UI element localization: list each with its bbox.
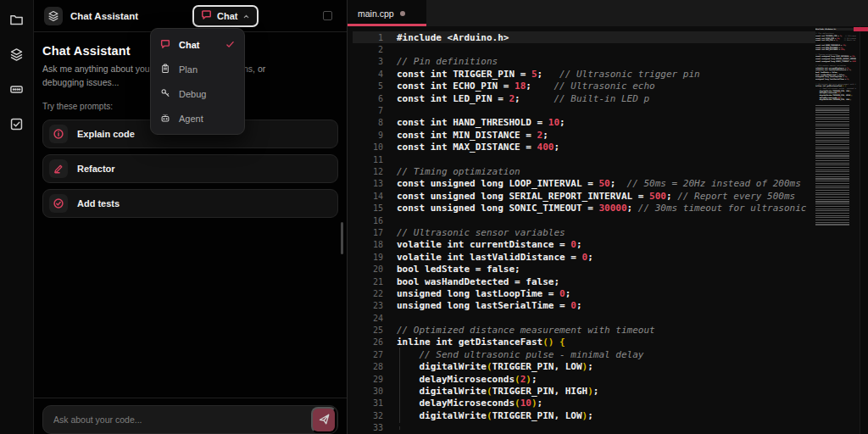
code-line[interactable]: 33 <box>353 422 815 434</box>
menu-item-agent[interactable]: Agent <box>151 106 244 131</box>
line-number: 33 <box>353 423 397 432</box>
line-number: 26 <box>353 337 397 347</box>
code-line[interactable]: 23unsigned long lastSerialTime = 0; <box>353 300 815 312</box>
chat-panel: Chat Assistant Chat ChatPlanDebugAgent C… <box>34 0 348 434</box>
code-line[interactable]: 21bool wasHandDetected = false; <box>353 275 815 287</box>
code-line[interactable]: 20bool ledState = false; <box>353 263 815 275</box>
chat-input[interactable] <box>43 415 337 425</box>
menu-item-label: Chat <box>179 40 199 50</box>
line-number: 1 <box>353 33 397 42</box>
sidebar-item-files[interactable] <box>8 13 25 30</box>
menu-item-plan[interactable]: Plan <box>151 57 244 81</box>
sidebar-item-tasks[interactable] <box>8 117 25 134</box>
code-line[interactable]: 24 <box>353 312 815 324</box>
code-line[interactable]: 10const int MAX_DISTANCE = 400; <box>353 142 815 153</box>
line-number: 10 <box>353 142 397 152</box>
line-number: 22 <box>353 289 397 298</box>
code-line[interactable]: 30 digitalWrite(TRIGGER_PIN, HIGH); <box>353 385 815 397</box>
check-icon <box>225 40 235 49</box>
prompt-card-label: Explain code <box>77 129 135 139</box>
info-circle-icon <box>49 125 68 143</box>
line-number: 7 <box>353 106 397 115</box>
line-number: 4 <box>353 70 397 79</box>
folder-icon <box>9 13 24 31</box>
mode-dropdown-button[interactable]: Chat <box>192 5 259 27</box>
code-area: 1#include <Arduino.h>23// Pin definition… <box>348 26 868 434</box>
prompt-card-label: Refactor <box>77 164 115 174</box>
line-number: 15 <box>353 203 397 213</box>
code-line[interactable]: 2 <box>353 43 815 55</box>
code-line[interactable]: 19volatile int lastValidDistance = 0; <box>353 251 815 263</box>
sidebar-item-layers[interactable] <box>8 47 25 64</box>
code-line[interactable]: 27 // Send ultrasonic pulse - minimal de… <box>353 348 815 360</box>
prompt-card-refactor[interactable]: Refactor <box>42 154 338 183</box>
code-line[interactable]: 29 delayMicroseconds(2); <box>353 373 815 385</box>
modified-dot-icon <box>400 11 405 16</box>
menu-item-debug[interactable]: Debug <box>151 81 244 106</box>
code-line[interactable]: 26inline int getDistanceFast() { <box>353 337 815 348</box>
line-number: 3 <box>353 57 397 66</box>
chat-scrollbar-thumb[interactable] <box>341 222 343 254</box>
code-line[interactable]: 18volatile int currentDistance = 0; <box>353 239 815 251</box>
code-line[interactable]: 11 <box>353 153 815 165</box>
checkbox-icon <box>9 117 24 135</box>
chat-panel-header: Chat Assistant Chat ChatPlanDebugAgent <box>34 0 347 32</box>
editor-scrollbar-thumb[interactable] <box>854 27 868 31</box>
terminal-icon <box>9 82 24 100</box>
line-number: 21 <box>353 277 397 287</box>
editor-tab-bar: main.cpp <box>348 0 868 26</box>
code-editor: main.cpp 1#include <Arduino.h>23// Pin d… <box>348 0 868 434</box>
code-line[interactable]: 1#include <Arduino.h> <box>353 31 815 43</box>
code-line[interactable]: 6const int LED_PIN = 2; // Built-in LED … <box>353 92 815 104</box>
code-lines: 1#include <Arduino.h>23// Pin definition… <box>348 26 868 434</box>
menu-item-chat[interactable]: Chat <box>151 32 244 57</box>
line-number: 14 <box>353 192 397 201</box>
panel-action-button[interactable] <box>323 11 332 20</box>
line-number: 16 <box>353 216 397 225</box>
code-line[interactable]: 25// Optimized distance measurement with… <box>353 324 815 336</box>
code-line[interactable]: 13const unsigned long LOOP_INTERVAL = 50… <box>353 178 815 190</box>
menu-item-label: Plan <box>179 64 198 75</box>
line-number: 30 <box>353 387 397 396</box>
code-line[interactable]: 31 delayMicroseconds(10); <box>353 398 815 409</box>
code-line[interactable]: 4const int TRIGGER_PIN = 5; // Ultrasoni… <box>353 68 815 80</box>
check-circle-icon <box>49 194 68 213</box>
code-line[interactable]: 32 digitalWrite(TRIGGER_PIN, LOW); <box>353 409 815 421</box>
pen-icon <box>49 159 68 178</box>
code-line[interactable]: 17// Ultrasonic sensor variables <box>353 226 815 238</box>
code-line[interactable]: 9const int MIN_DISTANCE = 2; <box>353 129 815 141</box>
code-line[interactable]: 28 digitalWrite(TRIGGER_PIN, LOW); <box>353 361 815 373</box>
editor-scrollbar[interactable] <box>860 26 868 434</box>
code-line: digitalWrite(TRIGGER_PIN, LOW); <box>815 98 856 101</box>
code-line[interactable]: 16 <box>353 214 815 226</box>
code-line: const int LED_PIN = 2; // Built-in LED p <box>815 39 856 42</box>
layers-icon <box>44 7 63 25</box>
code-line[interactable]: 14const unsigned long SERIAL_REPORT_INTE… <box>353 190 815 202</box>
clipboard-icon <box>160 62 170 77</box>
chat-bubble-icon <box>201 9 212 23</box>
code-line: const unsigned long SONIC_TIMEOUT = 3000… <box>815 60 856 63</box>
code-line[interactable]: 8const int HAND_THRESHOLD = 10; <box>353 117 815 129</box>
line-number: 24 <box>353 314 397 323</box>
line-number: 25 <box>353 326 397 335</box>
code-line[interactable]: 7 <box>353 104 815 116</box>
send-button[interactable] <box>311 407 337 433</box>
code-line[interactable]: 12// Timing optimization <box>353 165 815 177</box>
prompt-card-add-tests[interactable]: Add tests <box>42 189 338 218</box>
chevron-up-icon <box>242 10 250 23</box>
line-number: 2 <box>353 45 397 54</box>
code-line[interactable]: 3// Pin definitions <box>353 56 815 68</box>
code-line[interactable]: 22unsigned long lastLoopTime = 0; <box>353 287 815 299</box>
line-number: 18 <box>353 240 397 249</box>
code-line[interactable]: 15const unsigned long SONIC_TIMEOUT = 30… <box>353 202 815 214</box>
wrench-icon <box>160 86 170 102</box>
line-number: 5 <box>353 81 397 91</box>
minimap[interactable]: #include <Arduino.h>// Pin definitionsco… <box>815 28 856 225</box>
tab-main-cpp[interactable]: main.cpp <box>348 0 426 26</box>
code-line[interactable]: 5const int ECHO_PIN = 18; // Ultrasonic … <box>353 81 815 92</box>
line-number: 32 <box>353 411 397 420</box>
app-window: Chat Assistant Chat ChatPlanDebugAgent C… <box>0 0 868 434</box>
sidebar-item-terminal[interactable] <box>8 82 25 99</box>
activity-bar <box>0 0 34 434</box>
line-number: 8 <box>353 118 397 127</box>
